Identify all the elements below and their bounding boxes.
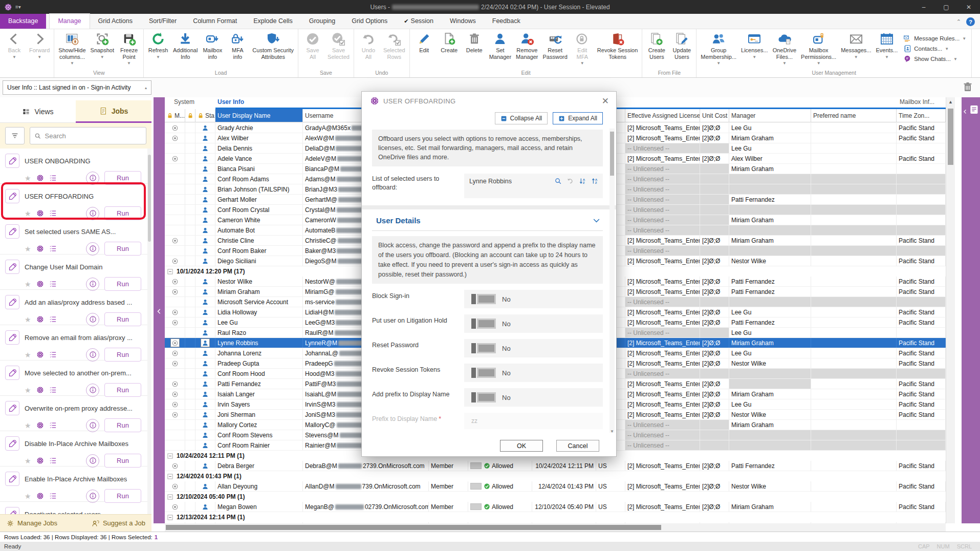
section-user-details[interactable]: User Details xyxy=(372,210,603,231)
job-info-button[interactable] xyxy=(86,172,99,185)
column-header-lic[interactable]: Effective Assigned Licenses xyxy=(625,109,700,122)
grid-horizontal-scrollbar[interactable] xyxy=(165,523,946,532)
set-manager-button[interactable]: SetManager xyxy=(487,31,513,60)
events--button[interactable]: Events...▼ xyxy=(874,31,900,60)
search-icon[interactable] xyxy=(554,177,562,185)
group-membership--button[interactable]: GroupMembership...▼ xyxy=(699,31,738,66)
mailbox-permissions--button[interactable]: MailboxPermissions...▼ xyxy=(799,31,838,66)
ribbon-tab-sort-filter[interactable]: Sort/Filter xyxy=(141,14,185,29)
favorite-star-icon[interactable]: ★ xyxy=(25,316,31,323)
reset-password-button[interactable]: ***ResetPassword xyxy=(541,31,570,60)
job-info-button[interactable] xyxy=(86,490,99,503)
sort-descending-icon[interactable]: AZ xyxy=(591,177,599,185)
message-rules--button[interactable]: Message Rules...▼ xyxy=(903,34,966,43)
job-run-button[interactable]: Run xyxy=(104,418,141,432)
collapse-group-icon[interactable] xyxy=(167,514,173,521)
view-selector-dropdown[interactable]: User Info :: Last signed in on - Sign-in… xyxy=(3,80,151,95)
column-header-tz[interactable]: Time Zon... xyxy=(897,109,946,122)
favorite-star-icon[interactable]: ★ xyxy=(25,351,31,358)
save-all-button[interactable]: SaveAll xyxy=(300,31,325,60)
job-info-button[interactable] xyxy=(86,454,99,468)
update-users-button[interactable]: UpdateUsers xyxy=(669,31,694,60)
job-run-button[interactable]: Run xyxy=(104,171,141,185)
ribbon-tab-grouping[interactable]: Grouping xyxy=(301,14,343,29)
edit-button[interactable]: Edit xyxy=(412,31,437,54)
cancel-button[interactable]: Cancel xyxy=(556,440,599,452)
mfa-info-button[interactable]: MFAinfo xyxy=(225,31,250,60)
messages--button[interactable]: Messages...▼ xyxy=(839,31,873,60)
sort-ascending-icon[interactable]: AZ xyxy=(579,177,586,185)
save-selected-button[interactable]: SaveSelected xyxy=(325,31,352,60)
favorite-star-icon[interactable]: ★ xyxy=(25,281,31,288)
edit-mfa-button[interactable]: EditMFA▼ xyxy=(570,31,595,66)
group-row[interactable]: 12/10/2024 05:40 PM (1) xyxy=(165,492,946,502)
job-item[interactable]: Disable In-Place Archive Mailboxes★Run xyxy=(0,431,147,467)
job-info-button[interactable] xyxy=(86,313,99,326)
remove-manager-button[interactable]: RemoveManager xyxy=(514,31,540,60)
dialog-close-icon[interactable]: ✕ xyxy=(602,97,609,105)
job-item[interactable]: Overwrite on-prem proxy addresse...★Run xyxy=(0,396,147,431)
expand-panel-icon[interactable] xyxy=(963,107,968,112)
freeze-point-button[interactable]: FreezePoint▼ xyxy=(117,31,141,66)
mailbox-info-button[interactable]: Mailboxinfo xyxy=(200,31,225,60)
column-header-pref[interactable]: Preferred name xyxy=(811,109,897,122)
ribbon-tab-session[interactable]: ✔Session xyxy=(396,14,442,29)
right-panel-strip[interactable] xyxy=(962,97,980,523)
toggle-switch[interactable] xyxy=(471,368,496,378)
favorite-star-icon[interactable]: ★ xyxy=(25,457,31,464)
collapse-ribbon-icon[interactable]: ⌃ xyxy=(956,18,961,25)
collapse-sidebar-icon[interactable] xyxy=(156,307,162,313)
job-info-button[interactable] xyxy=(86,207,99,220)
column-header-unit[interactable]: Unit Cost ... xyxy=(700,109,729,122)
favorite-star-icon[interactable]: ★ xyxy=(25,175,31,182)
group-row[interactable]: 12/13/2024 12:14 PM (1) xyxy=(165,512,946,522)
delete-view-icon[interactable] xyxy=(962,81,974,93)
toggle-switch[interactable] xyxy=(471,343,496,353)
job-item[interactable]: Enable In-Place Archive Mailboxes★Run xyxy=(0,467,147,502)
ribbon-tab-feedback[interactable]: Feedback xyxy=(484,14,529,29)
quick-access-toolbar-icon[interactable]: ≡▾ xyxy=(15,4,21,10)
job-info-button[interactable] xyxy=(86,384,99,397)
licenses--button[interactable]: Licenses...▼ xyxy=(739,31,770,60)
ribbon-tab-grid-actions[interactable]: Grid Actions xyxy=(90,14,141,29)
job-item[interactable]: Deactivate selected users★Run xyxy=(0,502,147,514)
show-hide-columns--button[interactable]: Show/Hidecolumns...▼ xyxy=(56,31,88,66)
create-button[interactable]: Create xyxy=(437,31,462,54)
column-header-sys2[interactable] xyxy=(185,109,195,122)
ok-button[interactable]: OK xyxy=(500,440,543,452)
job-item[interactable]: USER ONBOARDING★Run xyxy=(0,149,147,184)
column-header-display[interactable]: User Display Name xyxy=(215,109,303,122)
job-item[interactable]: Add an alias/proxy address based ...★Run xyxy=(0,290,147,325)
filter-button[interactable] xyxy=(5,127,25,144)
minimize-button[interactable]: – xyxy=(912,0,935,14)
favorite-star-icon[interactable]: ★ xyxy=(25,387,31,394)
sidebar-collapse-strip[interactable] xyxy=(154,97,165,523)
favorite-star-icon[interactable]: ★ xyxy=(25,422,31,429)
ribbon-tab-column-format[interactable]: Column Format xyxy=(185,14,245,29)
close-button[interactable]: ✕ xyxy=(957,0,980,14)
group-row[interactable]: 12/4/2024 01:43 PM (1) xyxy=(165,471,946,481)
column-header-sys1[interactable]: M... xyxy=(165,109,185,122)
dialog-scrollbar[interactable]: ▼ xyxy=(609,129,615,433)
ribbon-tab-grid-options[interactable]: Grid Options xyxy=(343,14,396,29)
collapse-group-icon[interactable] xyxy=(167,494,173,500)
job-info-button[interactable] xyxy=(86,419,99,432)
show-chats--button[interactable]: Show Chats...▼ xyxy=(903,55,966,63)
expand-all-button[interactable]: Expand All xyxy=(553,112,603,124)
create-users-button[interactable]: CreateUsers xyxy=(644,31,669,60)
additional-info-button[interactable]: AdditionalInfo xyxy=(171,31,200,60)
job-info-button[interactable] xyxy=(86,278,99,291)
back-button[interactable]: Back▼ xyxy=(2,31,27,60)
job-run-button[interactable]: Run xyxy=(104,277,141,291)
search-input[interactable] xyxy=(45,132,142,140)
job-info-button[interactable] xyxy=(86,348,99,362)
refresh-button[interactable]: Refresh▼ xyxy=(146,31,170,60)
job-run-button[interactable]: Run xyxy=(104,454,141,468)
undo-all-button[interactable]: UndoAll xyxy=(356,31,381,60)
user-row[interactable]: Allan DeyoungAllanD@M739.OnMicrosoft.com… xyxy=(165,481,946,492)
onedrive-files--button[interactable]: OneDriveFiles...▼ xyxy=(771,31,798,66)
manage-jobs-button[interactable]: Manage Jobs xyxy=(17,519,57,527)
favorite-star-icon[interactable]: ★ xyxy=(25,493,31,500)
sidebar-tab-jobs[interactable]: Jobs xyxy=(76,100,151,123)
collapse-group-icon[interactable] xyxy=(167,473,173,480)
